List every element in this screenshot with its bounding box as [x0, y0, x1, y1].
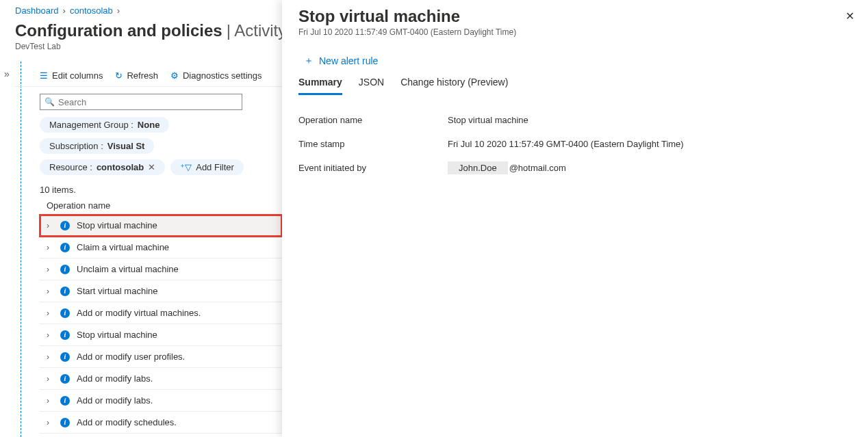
refresh-icon: ↻: [115, 70, 123, 81]
breadcrumb-lab[interactable]: contosolab: [70, 5, 113, 16]
gear-icon: ⚙: [170, 70, 179, 81]
new-alert-label: New alert rule: [319, 55, 378, 66]
chevron-right-icon[interactable]: ›: [47, 352, 53, 362]
panel-title: Stop virtual machine: [298, 7, 852, 26]
activity-row-label: Add or modify virtual machines.: [77, 308, 201, 318]
refresh-label: Refresh: [127, 70, 158, 81]
activity-row[interactable]: ›iAdd or modify virtual machines.: [40, 302, 282, 324]
filter-res-label: Resource :: [49, 162, 92, 172]
info-icon: i: [60, 265, 70, 274]
search-icon: 🔍: [44, 97, 55, 107]
detail-operation-value: Stop virtual machine: [448, 115, 528, 125]
chevron-right-icon[interactable]: ›: [47, 221, 53, 230]
activity-row-label: Claim a virtual machine: [77, 242, 169, 252]
activity-row-label: Add or modify user profiles.: [77, 352, 185, 362]
activity-row[interactable]: ›iStop virtual machine: [40, 324, 282, 346]
activity-row-label: Stop virtual machine: [77, 330, 157, 340]
clear-filter-icon[interactable]: ✕: [148, 162, 155, 172]
detail-timestamp-label: Time stamp: [298, 139, 448, 149]
edit-columns-label: Edit columns: [52, 70, 103, 81]
info-icon: i: [60, 418, 70, 427]
new-alert-rule-button[interactable]: ＋ New alert rule: [304, 55, 852, 67]
chevron-right-icon[interactable]: ›: [47, 265, 53, 274]
initiator-domain: @hotmail.com: [509, 163, 566, 173]
items-count: 10 items.: [40, 185, 282, 195]
breadcrumb-dashboard[interactable]: Dashboard: [15, 5, 59, 16]
activity-row[interactable]: ›iStart virtual machine: [40, 280, 282, 302]
detail-initiated-label: Event initiated by: [298, 163, 448, 173]
info-icon: i: [60, 330, 70, 340]
filter-sub-label: Subscription :: [49, 141, 103, 151]
filter-subscription[interactable]: Subscription : Visual St: [40, 138, 154, 154]
detail-panel: ✕ Stop virtual machine Fri Jul 10 2020 1…: [282, 0, 868, 437]
chevron-right-icon[interactable]: ›: [47, 396, 53, 406]
info-icon: i: [60, 308, 70, 318]
add-filter-label: Add Filter: [196, 162, 234, 172]
chevron-right-icon[interactable]: ›: [47, 374, 53, 384]
column-header-operation[interactable]: Operation name: [47, 200, 282, 215]
activity-row[interactable]: ›iAdd or modify labs.: [40, 368, 282, 390]
toolbar: ☰ Edit columns ↻ Refresh ⚙ Diagnostics s…: [15, 65, 282, 87]
filter-sub-value: Visual St: [107, 141, 145, 151]
columns-icon: ☰: [40, 70, 48, 81]
info-icon: i: [60, 287, 70, 296]
tab-json[interactable]: JSON: [359, 77, 384, 95]
activity-row[interactable]: ›iUnclaim a virtual machine: [40, 259, 282, 280]
expand-sidebar-icon[interactable]: »: [4, 68, 10, 79]
filter-mg-value: None: [138, 120, 160, 130]
activity-row-label: Unclaim a virtual machine: [77, 264, 179, 274]
page-subtitle: | Activity l: [227, 21, 282, 40]
add-filter-button[interactable]: ⁺▽ Add Filter: [170, 159, 244, 175]
activity-row-label: Add or modify schedules.: [77, 417, 177, 427]
close-panel-button[interactable]: ✕: [845, 10, 854, 23]
chevron-right-icon[interactable]: ›: [47, 418, 53, 427]
filter-mg-label: Management Group :: [49, 120, 133, 130]
filter-add-icon: ⁺▽: [180, 162, 192, 172]
chevron-right-icon[interactable]: ›: [47, 330, 53, 340]
page-title: Configuration and policies: [15, 21, 222, 40]
tab-change-history[interactable]: Change history (Preview): [400, 77, 508, 95]
chevron-right-icon: ›: [117, 5, 120, 16]
breadcrumb: Dashboard › contosolab ›: [15, 3, 282, 21]
activity-row-label: Add or modify labs.: [77, 395, 153, 406]
chevron-right-icon[interactable]: ›: [47, 243, 53, 252]
resource-type-label: DevTest Lab: [15, 42, 282, 51]
initiator-user: John.Doe: [448, 161, 508, 174]
detail-operation-label: Operation name: [298, 115, 448, 125]
tab-summary[interactable]: Summary: [298, 77, 342, 95]
filter-res-value: contosolab: [97, 162, 144, 172]
info-icon: i: [60, 396, 70, 406]
info-icon: i: [60, 221, 70, 230]
chevron-right-icon[interactable]: ›: [47, 308, 53, 318]
chevron-right-icon[interactable]: ›: [47, 287, 53, 296]
filter-resource[interactable]: Resource : contosolab ✕: [40, 159, 165, 175]
search-input[interactable]: [40, 94, 242, 110]
chevron-right-icon: ›: [63, 5, 66, 16]
activity-row-label: Stop virtual machine: [77, 220, 157, 230]
edit-columns-button[interactable]: ☰ Edit columns: [40, 70, 103, 81]
activity-row[interactable]: ›iClaim a virtual machine: [40, 237, 282, 259]
refresh-button[interactable]: ↻ Refresh: [115, 70, 158, 81]
activity-row[interactable]: ›iAdd or modify labs.: [40, 390, 282, 412]
diagnostics-button[interactable]: ⚙ Diagnostics settings: [170, 70, 262, 81]
panel-timestamp: Fri Jul 10 2020 11:57:49 GMT-0400 (Easte…: [298, 27, 852, 37]
info-icon: i: [60, 374, 70, 384]
plus-icon: ＋: [304, 55, 314, 67]
info-icon: i: [60, 243, 70, 252]
activity-row[interactable]: ›iAdd or modify user profiles.: [40, 346, 282, 368]
detail-initiated-value: John.Doe@hotmail.com: [448, 163, 566, 173]
activity-row[interactable]: ›iStop virtual machine: [40, 215, 282, 237]
activity-row-label: Add or modify labs.: [77, 373, 153, 384]
diagnostics-label: Diagnostics settings: [183, 70, 262, 81]
detail-timestamp-value: Fri Jul 10 2020 11:57:49 GMT-0400 (Easte…: [448, 139, 684, 149]
activity-row[interactable]: ›iAdd or modify schedules.: [40, 412, 282, 434]
filter-management-group[interactable]: Management Group : None: [40, 117, 169, 133]
info-icon: i: [60, 352, 70, 362]
activity-row-label: Start virtual machine: [77, 286, 158, 296]
